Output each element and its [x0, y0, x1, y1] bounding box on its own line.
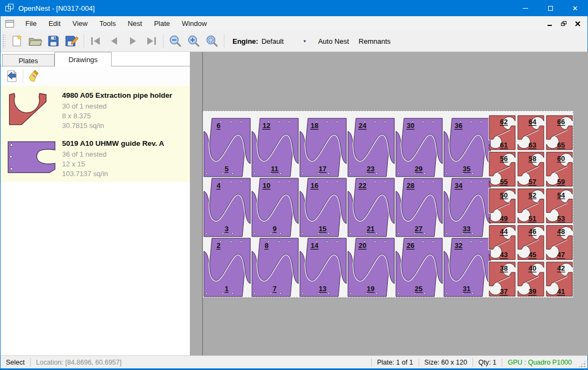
nested-part-pair[interactable]: 109 — [252, 178, 298, 237]
menu-nest[interactable]: Nest — [122, 17, 148, 30]
part-number-label: 60 — [557, 154, 565, 163]
nested-part-pair[interactable]: 87 — [252, 238, 298, 297]
nest-plate-view[interactable]: 6512111817242330293635431091615222128273… — [190, 52, 588, 355]
part-number-label: 16 — [311, 181, 318, 190]
nested-part-pair[interactable]: 3029 — [396, 118, 442, 177]
zoom-fit-button[interactable] — [203, 32, 221, 50]
nested-part-pair[interactable]: 2423 — [348, 118, 394, 177]
part-number-label: 4 — [216, 181, 221, 190]
save-as-icon — [65, 35, 79, 48]
part-number-label: 11 — [271, 165, 278, 173]
drawing-area: 30.7815 sq/in — [62, 121, 172, 131]
resize-grip-icon[interactable] — [578, 360, 586, 368]
zoom-in-button[interactable] — [184, 32, 203, 50]
drawing-item[interactable]: 4980 A05 Extraction pipe holder 30 of 1 … — [1, 86, 190, 134]
go-last-icon — [145, 36, 157, 46]
remnants-button[interactable]: Remnants — [354, 33, 395, 49]
part-number-label: 27 — [415, 225, 422, 233]
nested-part-pair[interactable]: 43 — [204, 178, 250, 237]
import-drawing-button[interactable] — [4, 68, 20, 84]
mdi-minimize-button[interactable] — [545, 20, 554, 28]
tab-plates[interactable]: Plates — [2, 54, 54, 66]
part-number-label: 12 — [263, 122, 270, 130]
nested-part-pair[interactable]: 21 — [204, 238, 250, 297]
part-number-label: 51 — [529, 214, 536, 223]
zoom-out-button[interactable] — [166, 32, 184, 50]
part-number-label: 29 — [415, 165, 422, 173]
zoom-in-icon — [187, 35, 200, 48]
auto-nest-button[interactable]: Auto Nest — [313, 33, 354, 49]
part-number-label: 37 — [500, 287, 508, 295]
menu-plate[interactable]: Plate — [148, 17, 176, 30]
nested-part-pair[interactable]: 1615 — [300, 178, 346, 237]
save-button[interactable] — [44, 32, 63, 50]
part-number-label: 18 — [311, 122, 318, 130]
panel-toolbar — [1, 66, 190, 86]
clean-button[interactable] — [26, 68, 42, 84]
part-number-label: 23 — [367, 165, 374, 173]
nested-part-pair[interactable]: 3433 — [444, 178, 490, 237]
nested-part-pair[interactable]: 2221 — [348, 178, 394, 237]
go-last-button[interactable] — [142, 32, 160, 50]
close-icon: ✕ — [572, 4, 578, 12]
part-number-label: 41 — [557, 287, 565, 295]
part-number-label: 58 — [529, 154, 536, 163]
part-number-label: 26 — [407, 241, 414, 250]
go-next-button[interactable] — [124, 32, 142, 50]
minimize-button[interactable] — [513, 0, 538, 16]
save-as-button[interactable] — [63, 32, 81, 50]
part-thumbnail-purple — [7, 140, 57, 174]
engine-combobox[interactable]: Default — [262, 37, 300, 45]
nested-part-pair[interactable]: 2019 — [348, 238, 394, 297]
part-number-label: 56 — [500, 154, 508, 163]
panel-toolbar-separator — [23, 70, 23, 83]
part-number-label: 36 — [455, 122, 462, 130]
part-number-label: 31 — [463, 285, 470, 293]
nested-part-pair[interactable]: 2625 — [396, 238, 442, 297]
mdi-restore-button[interactable] — [559, 20, 568, 28]
zoom-out-icon — [169, 35, 182, 48]
import-drawing-icon — [5, 70, 18, 83]
drawing-item[interactable]: 5019 A10 UHMW guide Rev. A 36 of 1 neste… — [1, 134, 190, 182]
close-button[interactable]: ✕ — [563, 0, 587, 16]
mdi-close-button[interactable] — [573, 20, 582, 28]
menu-window[interactable]: Window — [176, 17, 213, 30]
menu-edit[interactable]: Edit — [43, 17, 66, 30]
nest-canvas[interactable]: 6512111817242330293635431091615222128273… — [190, 52, 588, 355]
nested-part-pair[interactable]: 1817 — [300, 118, 346, 177]
nested-part-pair[interactable]: 2827 — [396, 178, 442, 237]
toolbar-grip[interactable] — [2, 34, 5, 48]
tab-drawings[interactable]: Drawings — [54, 52, 112, 66]
drawing-title: 5019 A10 UHMW guide Rev. A — [62, 138, 164, 150]
menu-file[interactable]: File — [19, 17, 43, 30]
part-number-label: 21 — [367, 225, 374, 233]
part-number-label: 14 — [311, 241, 319, 250]
nested-part-pair[interactable]: 3231 — [444, 238, 490, 297]
open-file-button[interactable] — [26, 32, 44, 50]
nested-part-pair[interactable]: 3635 — [444, 118, 490, 177]
part-number-label: 47 — [557, 251, 565, 259]
nested-part-pair[interactable]: 65 — [204, 118, 250, 177]
status-mode: Select — [1, 359, 30, 366]
part-number-label: 39 — [529, 287, 536, 295]
part-number-label: 7 — [272, 285, 276, 293]
menu-tools[interactable]: Tools — [93, 17, 121, 30]
part-number-label: 65 — [557, 141, 565, 149]
drawing-nested-count: 30 of 1 nested — [62, 102, 172, 111]
part-number-label: 52 — [529, 191, 536, 199]
go-first-button[interactable] — [87, 32, 105, 50]
go-previous-button[interactable] — [105, 32, 124, 50]
maximize-button[interactable] — [538, 0, 563, 16]
new-file-button[interactable] — [8, 32, 26, 50]
mdi-document-icon[interactable] — [5, 20, 14, 28]
drawing-size: 12 x 15 — [62, 159, 164, 169]
nested-part-pair[interactable]: 1413 — [300, 238, 346, 297]
part-number-label: 19 — [367, 285, 374, 293]
part-number-label: 35 — [463, 165, 470, 173]
nested-part-pair[interactable]: 1211 — [252, 118, 298, 177]
part-number-label: 30 — [407, 122, 414, 130]
engine-dropdown-caret-icon[interactable]: ▾ — [300, 36, 309, 46]
part-number-label: 6 — [216, 122, 220, 130]
mdi-close-icon — [575, 21, 580, 26]
menu-view[interactable]: View — [66, 17, 93, 30]
